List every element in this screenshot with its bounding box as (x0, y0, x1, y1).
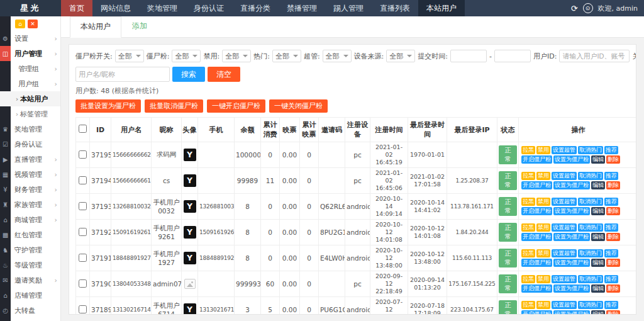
row-action-button[interactable]: 编辑 (591, 181, 605, 189)
row-action-button[interactable]: 取消热门 (578, 249, 603, 257)
nav-item[interactable]: 直播列表 (372, 0, 418, 16)
tab-current-site-users[interactable]: 本站用户 (70, 16, 121, 38)
nav-item[interactable]: 奖地管理 (139, 0, 186, 16)
bulk-action-button[interactable]: 批量设置为僵尸粉 (75, 99, 141, 113)
nav-item[interactable]: 首页 (61, 0, 92, 16)
row-action-button[interactable]: 取消热门 (578, 172, 603, 180)
row-action-button[interactable]: 编辑 (591, 207, 605, 215)
row-action-button[interactable]: 编辑 (591, 284, 605, 293)
row-action-button[interactable]: 设置超管 (552, 275, 577, 283)
sidebar-item[interactable]: ▦视频管理› (0, 167, 60, 182)
user-id-input[interactable] (559, 50, 630, 62)
row-action-button[interactable]: 设置超管 (552, 223, 577, 232)
row-action-button[interactable]: 开启僵尸粉 (521, 181, 552, 189)
sidebar-item[interactable]: 管理组› (0, 61, 60, 76)
row-action-button[interactable]: 删除 (606, 233, 620, 241)
row-action-button[interactable]: 禁用 (536, 223, 550, 232)
row-action-button[interactable]: 拉黑 (521, 275, 535, 283)
row-action-button[interactable]: 删除 (606, 284, 620, 293)
row-action-button[interactable]: 删除 (606, 207, 620, 215)
row-action-button[interactable]: 设置超管 (552, 198, 577, 206)
row-action-button[interactable]: 编辑 (591, 233, 605, 241)
sidebar-item[interactable]: ⌂店铺管理 (0, 288, 60, 303)
sidebar-item[interactable]: ›标签管理 (0, 106, 60, 121)
row-action-button[interactable]: 推荐 (604, 223, 618, 232)
row-checkbox[interactable] (79, 305, 87, 313)
date-start-input[interactable] (450, 50, 487, 62)
row-action-button[interactable]: 推荐 (604, 275, 618, 283)
row-action-button[interactable]: 编辑 (591, 259, 605, 267)
row-action-button[interactable]: 禁用 (536, 249, 550, 257)
sidebar-item[interactable]: ›本站用户 (0, 91, 60, 106)
filter-select[interactable]: 全部 (323, 50, 352, 62)
row-action-button[interactable]: 开启僵尸粉 (521, 284, 552, 293)
refresh-icon[interactable]: ⟳ (571, 4, 578, 13)
bulk-action-button[interactable]: 批量取消僵尸粉 (145, 99, 203, 113)
row-action-button[interactable]: 开启僵尸粉 (521, 259, 552, 267)
date-end-input[interactable] (494, 50, 531, 62)
row-action-button[interactable]: 拉黑 (521, 249, 535, 257)
row-action-button[interactable]: 设置超管 (552, 146, 577, 154)
clear-cache-button[interactable]: ✕ (28, 20, 38, 28)
profile-icon[interactable]: ⊙ (583, 3, 593, 13)
sidebar-item[interactable]: ◴大转盘 (0, 303, 60, 318)
row-action-button[interactable]: 开启僵尸粉 (521, 155, 552, 164)
row-checkbox[interactable] (79, 279, 87, 288)
row-action-button[interactable]: 取消热门 (578, 301, 603, 309)
row-action-button[interactable]: 开启僵尸粉 (521, 207, 552, 215)
keyword-input[interactable] (75, 67, 170, 82)
row-action-button[interactable]: 设置为僵尸粉 (553, 233, 590, 241)
sidebar-item[interactable]: ♜家族管理› (0, 197, 60, 212)
home-shortcut-button[interactable]: ⌂ (15, 20, 25, 28)
row-action-button[interactable]: 推荐 (604, 301, 618, 309)
row-action-button[interactable]: 禁用 (536, 301, 550, 309)
filter-select[interactable]: 全部 (222, 50, 251, 62)
sidebar-item[interactable]: ¥财务管理› (0, 182, 60, 197)
row-action-button[interactable]: 删除 (606, 181, 620, 189)
tab-add[interactable]: 添加 (121, 16, 158, 37)
sidebar-item[interactable]: ♞守护管理 (0, 242, 60, 257)
row-action-button[interactable]: 取消热门 (578, 275, 603, 283)
row-action-button[interactable]: 设置为僵尸粉 (553, 155, 590, 164)
row-action-button[interactable]: 拉黑 (521, 198, 535, 206)
row-checkbox[interactable] (79, 228, 87, 236)
row-action-button[interactable]: 删除 (606, 259, 620, 267)
row-action-button[interactable]: 开启僵尸粉 (521, 233, 552, 241)
sidebar-item[interactable]: ⌂商城管理› (0, 212, 60, 227)
row-action-button[interactable]: 推荐 (604, 146, 618, 154)
filter-select[interactable]: 全部 (172, 50, 201, 62)
row-action-button[interactable]: 拉黑 (521, 146, 535, 154)
row-action-button[interactable]: 禁用 (536, 146, 550, 154)
nav-item[interactable]: 禁播管理 (279, 0, 325, 16)
nav-item[interactable]: 身份认证 (186, 0, 232, 16)
row-action-button[interactable]: 拉黑 (521, 223, 535, 232)
row-action-button[interactable]: 设置超管 (552, 172, 577, 180)
row-action-button[interactable]: 禁用 (536, 172, 550, 180)
row-action-button[interactable]: 设置为僵尸粉 (553, 284, 590, 293)
sidebar-item[interactable]: 用户组› (0, 76, 60, 91)
row-action-button[interactable]: 禁用 (536, 275, 550, 283)
row-action-button[interactable]: 编辑 (591, 310, 605, 315)
row-action-button[interactable]: 开启僵尸粉 (521, 310, 552, 315)
row-checkbox[interactable] (79, 202, 87, 210)
row-action-button[interactable]: 删除 (606, 155, 620, 164)
nav-item[interactable]: 本站用户 (418, 0, 465, 16)
row-action-button[interactable]: 设置为僵尸粉 (553, 181, 590, 189)
row-action-button[interactable]: 禁用 (536, 198, 550, 206)
row-action-button[interactable]: 设置为僵尸粉 (553, 207, 590, 215)
clear-button[interactable]: 清空 (208, 67, 240, 82)
row-action-button[interactable]: 拉黑 (521, 172, 535, 180)
nav-item[interactable]: 网站信息 (92, 0, 139, 16)
bulk-action-button[interactable]: 一键开启僵尸粉 (207, 99, 265, 113)
row-checkbox[interactable] (79, 150, 87, 159)
sidebar-item[interactable]: ☑身份认证 (0, 137, 60, 152)
row-checkbox[interactable] (79, 254, 87, 262)
sidebar-item[interactable]: ▶直播管理› (0, 152, 60, 167)
filter-select[interactable]: 全部 (272, 50, 301, 62)
row-action-button[interactable]: 设置超管 (552, 249, 577, 257)
bulk-action-button[interactable]: 一键关闭僵尸粉 (269, 99, 328, 113)
filter-select[interactable]: 全部 (386, 50, 415, 62)
row-action-button[interactable]: 取消热门 (578, 198, 603, 206)
sidebar-item[interactable]: ⚙设置› (0, 31, 60, 46)
row-action-button[interactable]: 推荐 (604, 172, 618, 180)
